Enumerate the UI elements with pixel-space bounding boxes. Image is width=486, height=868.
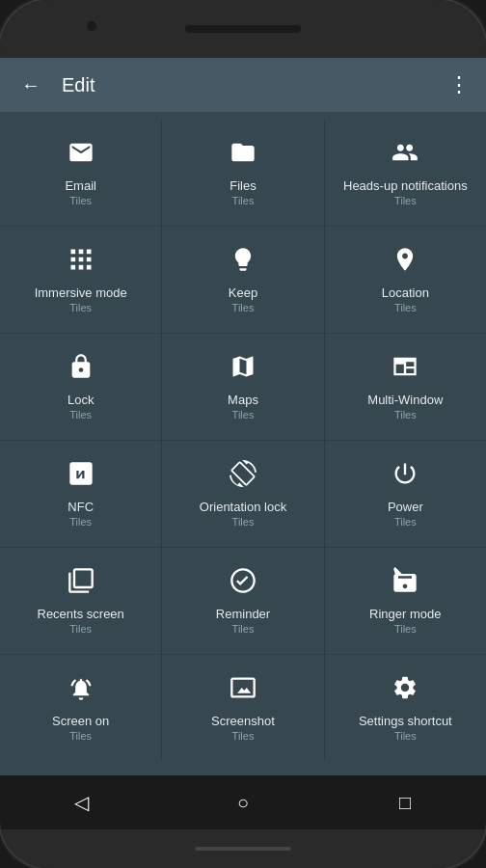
tile-heads-up[interactable]: Heads-up notificationsTiles: [325, 120, 486, 226]
heads-up-icon: [392, 139, 418, 171]
tile-orientation-name: Orientation lock: [200, 500, 286, 514]
tile-maps-name: Maps: [228, 393, 258, 407]
maps-icon: [230, 353, 256, 385]
tile-multiwindow[interactable]: Multi-WindowTiles: [325, 334, 486, 440]
camera: [87, 21, 96, 31]
tile-orientation-sub: Tiles: [232, 516, 255, 528]
phone-frame: ← Edit ⋮ EmailTilesFilesTilesHeads-up no…: [0, 0, 486, 868]
tile-keep-sub: Tiles: [232, 302, 255, 313]
files-icon: [230, 139, 256, 171]
tile-heads-up-name: Heads-up notifications: [343, 178, 468, 193]
nav-home-button[interactable]: ○: [220, 792, 266, 814]
tile-screenshot-sub: Tiles: [232, 730, 255, 742]
settings-icon: [392, 674, 418, 706]
toolbar: ← Edit ⋮: [0, 58, 486, 112]
tile-power-sub: Tiles: [394, 516, 417, 528]
tile-lock[interactable]: LockTiles: [0, 334, 161, 440]
tile-reminder-sub: Tiles: [232, 623, 255, 635]
tile-keep[interactable]: KeepTiles: [162, 227, 323, 333]
tile-email[interactable]: EmailTiles: [0, 120, 161, 226]
tile-heads-up-sub: Tiles: [394, 195, 417, 206]
screenon-icon: [68, 674, 94, 706]
tile-power-name: Power: [388, 500, 423, 514]
tile-recents[interactable]: Recents screenTiles: [0, 548, 161, 654]
tile-screenshot[interactable]: ScreenshotTiles: [162, 655, 323, 761]
phone-top: [0, 0, 486, 58]
lock-icon: [68, 353, 94, 385]
tile-multiwindow-sub: Tiles: [394, 409, 417, 420]
page-title: Edit: [62, 74, 448, 96]
speaker: [185, 25, 301, 33]
tile-nfc-sub: Tiles: [69, 516, 92, 528]
tile-recents-name: Recents screen: [38, 607, 124, 621]
tile-recents-sub: Tiles: [69, 623, 92, 635]
tile-location[interactable]: LocationTiles: [325, 227, 486, 333]
keep-icon: [230, 246, 256, 278]
orientation-icon: [230, 460, 256, 492]
tile-screenon-sub: Tiles: [69, 730, 92, 742]
tile-immersive-sub: Tiles: [69, 302, 92, 313]
immersive-icon: [68, 246, 94, 278]
screen: ← Edit ⋮ EmailTilesFilesTilesHeads-up no…: [0, 58, 486, 829]
tile-settings-name: Settings shortcut: [359, 714, 452, 728]
tile-settings[interactable]: Settings shortcutTiles: [325, 655, 486, 761]
tile-lock-name: Lock: [68, 393, 94, 407]
multiwindow-icon: [392, 353, 418, 385]
tile-immersive[interactable]: Immersive modeTiles: [0, 227, 161, 333]
home-indicator: [195, 847, 291, 851]
tile-email-name: Email: [65, 178, 96, 193]
location-icon: [392, 246, 418, 278]
navigation-bar: ◁ ○ □: [0, 775, 486, 829]
tile-orientation[interactable]: Orientation lockTiles: [162, 441, 323, 547]
tile-keep-name: Keep: [229, 285, 257, 300]
tile-screenon[interactable]: Screen onTiles: [0, 655, 161, 761]
tile-ringer-name: Ringer mode: [369, 607, 441, 621]
nfc-icon: [68, 460, 94, 492]
tile-reminder[interactable]: ReminderTiles: [162, 548, 323, 654]
tile-files-name: Files: [230, 178, 256, 193]
tile-location-name: Location: [382, 285, 429, 300]
tile-power[interactable]: PowerTiles: [325, 441, 486, 547]
tile-reminder-name: Reminder: [216, 607, 270, 621]
tile-files[interactable]: FilesTiles: [162, 120, 323, 226]
ringer-icon: [392, 567, 418, 599]
tile-maps-sub: Tiles: [232, 409, 255, 420]
tile-multiwindow-name: Multi-Window: [367, 393, 443, 407]
tile-screenon-name: Screen on: [52, 714, 109, 728]
nav-back-button[interactable]: ◁: [58, 791, 104, 814]
tile-location-sub: Tiles: [394, 302, 417, 313]
tile-files-sub: Tiles: [232, 195, 255, 206]
tile-settings-sub: Tiles: [394, 730, 417, 742]
email-icon: [68, 139, 94, 171]
tile-immersive-name: Immersive mode: [35, 285, 127, 300]
more-button[interactable]: ⋮: [448, 72, 471, 97]
reminder-icon: [230, 567, 256, 599]
back-button[interactable]: ←: [15, 74, 46, 96]
tile-lock-sub: Tiles: [69, 409, 92, 420]
recents-icon: [68, 567, 94, 599]
tile-maps[interactable]: MapsTiles: [162, 334, 323, 440]
tile-nfc-name: NFC: [68, 500, 94, 514]
power-icon: [392, 460, 418, 492]
tile-email-sub: Tiles: [69, 195, 92, 206]
tile-ringer-sub: Tiles: [394, 623, 417, 635]
nav-recent-button[interactable]: □: [382, 792, 428, 814]
tile-ringer[interactable]: Ringer modeTiles: [325, 548, 486, 654]
tiles-grid: EmailTilesFilesTilesHeads-up notificatio…: [0, 120, 486, 761]
phone-bottom: [0, 829, 486, 868]
tile-screenshot-name: Screenshot: [211, 714, 275, 728]
tile-nfc[interactable]: NFCTiles: [0, 441, 161, 547]
grid-container: EmailTilesFilesTilesHeads-up notificatio…: [0, 112, 486, 775]
screenshot-icon: [230, 674, 256, 706]
